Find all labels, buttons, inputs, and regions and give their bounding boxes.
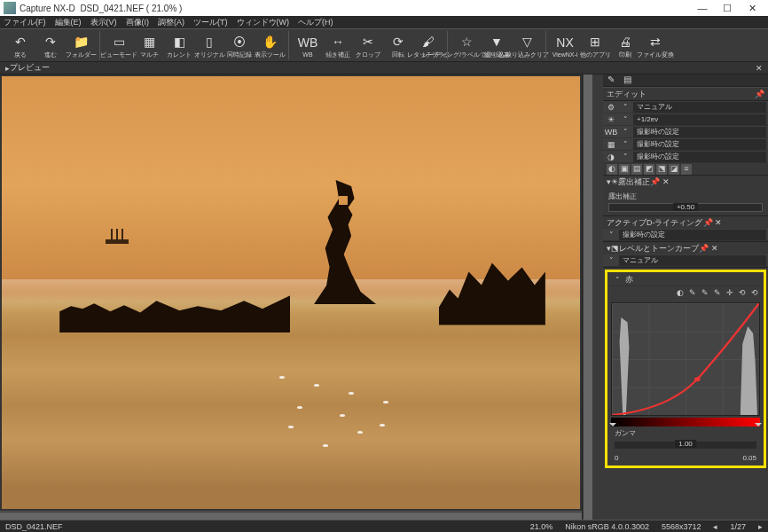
h-scrollbar[interactable] <box>0 511 582 520</box>
tb-WB[interactable]: WBWB <box>293 29 323 61</box>
tb-ViewNX-i[interactable]: NXViewNX-i <box>550 29 580 61</box>
pin-icon[interactable]: 📌 ✕ <box>699 244 718 253</box>
tlabel: 印刷 <box>619 51 631 59</box>
tb-ビューモード[interactable]: ▭ビューモード <box>104 29 134 61</box>
tlabel: ビューモード <box>100 51 137 59</box>
tb-クロップ[interactable]: ✂クロップ <box>353 29 383 61</box>
channel-select[interactable]: 赤 <box>625 274 633 286</box>
minimize-button[interactable]: — <box>690 3 715 13</box>
menu-tool[interactable]: ツール(T) <box>193 17 228 28</box>
reset-channel-icon[interactable]: ⟲ <box>737 288 748 299</box>
表示ツール-icon: ✋ <box>262 34 278 50</box>
chevron-icon[interactable]: ˅ <box>619 102 631 113</box>
exposure-slider[interactable]: +0.50 <box>608 203 763 212</box>
meta-tab-icon[interactable]: ▤ <box>619 74 635 86</box>
menu-edit[interactable]: 編集(E) <box>55 17 82 28</box>
adjust-row[interactable]: ⚙˅マニュアル <box>603 101 768 113</box>
tone-curve-editor[interactable] <box>611 302 760 416</box>
menu-image[interactable]: 画像(I) <box>126 17 150 28</box>
tb-進む[interactable]: ↷進む <box>35 29 66 61</box>
tb-表示ツール[interactable]: ✋表示ツール <box>255 29 285 61</box>
edit-tab-icon[interactable]: ✎ <box>603 74 619 86</box>
adj-icon-6[interactable]: ◪ <box>669 164 679 175</box>
lt-title: レベルとトーンカーブ <box>619 243 699 254</box>
menu-adjust[interactable]: 調整(A) <box>158 17 184 28</box>
gray-dropper-icon[interactable]: ✎ <box>700 288 710 299</box>
chevron-icon[interactable]: ˅ <box>619 139 631 150</box>
sun-icon: ☀ <box>611 177 618 186</box>
tlabel: 回転 <box>392 51 404 59</box>
adjust-row[interactable]: ▦˅撮影時の設定 <box>603 138 768 151</box>
chevron-icon[interactable]: ˅ <box>619 152 631 162</box>
row-icon: ▦ <box>605 139 617 150</box>
preview-close-icon[interactable]: ✕ <box>756 64 763 73</box>
red-gradient-slider[interactable] <box>611 418 760 426</box>
adj-icon-7[interactable]: ≡ <box>681 164 692 175</box>
status-prev-icon[interactable]: ◂ <box>713 522 717 531</box>
menu-view[interactable]: 表示(V) <box>90 17 117 28</box>
tb-ファイル変換[interactable]: ⇄ファイル変換 <box>640 29 670 61</box>
adj-icon-3[interactable]: ▤ <box>631 164 642 175</box>
status-page: 1/27 <box>730 522 746 531</box>
tb-カレント[interactable]: ◧カレント <box>164 29 194 61</box>
row-value[interactable]: 撮影時の設定 <box>633 127 766 137</box>
row-value[interactable]: マニュアル <box>633 102 766 113</box>
chevron-icon[interactable]: ˅ <box>619 114 631 125</box>
adl-title: アクティブD-ライティング <box>607 217 703 229</box>
tb-オリジナル[interactable]: ▯オリジナル <box>194 29 224 61</box>
levels-tone-section: ▾ ⬔ レベルとトーンカーブ📌 ✕ ˅マニュアル <box>603 242 768 268</box>
reset-all-icon[interactable]: ⟲ <box>749 288 760 299</box>
adj-icon-5[interactable]: ⬔ <box>656 164 667 175</box>
lt-value[interactable]: マニュアル <box>619 255 766 266</box>
photo-canvas[interactable] <box>2 76 580 509</box>
adjust-row[interactable]: ☀˅+1/2ev <box>603 113 768 126</box>
app-icon <box>4 2 16 14</box>
row-value[interactable]: 撮影時の設定 <box>633 152 766 162</box>
v-scrollbar[interactable] <box>582 74 592 520</box>
tlabel: 同時記録 <box>227 51 252 59</box>
adjust-row[interactable]: ◑˅撮影時の設定 <box>603 151 768 163</box>
pin-icon[interactable]: 📌 <box>755 90 764 98</box>
adjust-row[interactable]: WB˅撮影時の設定 <box>603 126 768 138</box>
panel-tabs[interactable]: ✎▤ <box>603 74 768 87</box>
tb-戻る[interactable]: ↶戻る <box>5 29 35 61</box>
pin-icon[interactable]: 📌 ✕ <box>650 177 670 186</box>
row-icon: WB <box>605 127 617 137</box>
app-name: Capture NX-D <box>20 4 75 13</box>
maximize-button[interactable]: ☐ <box>715 3 740 14</box>
レーティング/ラベルで絞り込み-icon: ☆ <box>458 34 474 50</box>
adl-section: アクティブD-ライティング📌 ✕ ˅撮影時の設定 <box>603 216 768 242</box>
black-dropper-icon[interactable]: ✎ <box>687 288 698 299</box>
tb-傾き補正[interactable]: ↔傾き補正 <box>323 29 353 61</box>
tb-絞り込みクリア[interactable]: ▽絞り込みクリア <box>512 29 542 61</box>
add-point-icon[interactable]: ✛ <box>725 288 735 299</box>
chevron-icon[interactable]: ˅ <box>611 275 623 286</box>
tb-他のアプリ[interactable]: ⊞他のアプリ <box>580 29 610 61</box>
tb-印刷[interactable]: 🖨印刷 <box>610 29 640 61</box>
chevron-icon[interactable]: ˅ <box>605 230 617 240</box>
menu-window[interactable]: ウィンドウ(W) <box>237 17 290 28</box>
status-bar: DSD_0421.NEF 21.0% Nikon sRGB 4.0.0.3002… <box>0 520 768 532</box>
close-button[interactable]: ✕ <box>740 3 764 14</box>
tb-同時記録[interactable]: ⦿同時記録 <box>224 29 255 61</box>
tb-マルチ[interactable]: ▦マルチ <box>134 29 164 61</box>
chevron-icon[interactable]: ˅ <box>619 127 631 137</box>
menu-file[interactable]: ファイル(F) <box>4 17 46 28</box>
tb-レーティング/ラベルで絞り込み[interactable]: ☆レーティング/ラベルで絞り込み <box>451 29 482 61</box>
white-dropper-icon[interactable]: ✎ <box>712 288 723 299</box>
adj-icon-2[interactable]: ▣ <box>619 164 630 175</box>
pin-icon[interactable]: 📌 ✕ <box>703 218 723 227</box>
ship-silhouette <box>106 228 129 244</box>
auto-contrast-icon[interactable]: ◐ <box>675 288 686 299</box>
adj-icon-1[interactable]: ◐ <box>607 164 617 175</box>
tb-フォルダー[interactable]: 📁フォルダー <box>66 29 96 61</box>
adj-icon-4[interactable]: ◩ <box>644 164 654 175</box>
row-value[interactable]: 撮影時の設定 <box>633 139 766 150</box>
adl-value[interactable]: 撮影時の設定 <box>619 230 766 240</box>
menu-help[interactable]: ヘルプ(H) <box>298 17 333 28</box>
row-value[interactable]: +1/2ev <box>633 114 766 125</box>
gamma-slider[interactable]: 1.00 <box>615 442 756 449</box>
chevron-icon[interactable]: ˅ <box>605 255 617 266</box>
preview-tab[interactable]: プレビュー <box>10 62 50 74</box>
status-next-icon[interactable]: ▸ <box>758 522 763 531</box>
